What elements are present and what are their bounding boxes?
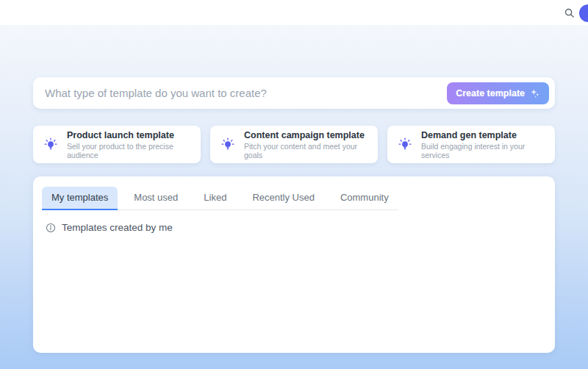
avatar[interactable] bbox=[579, 4, 588, 22]
sparkles-icon bbox=[530, 88, 540, 98]
card-text: Demand gen template Build engaging inter… bbox=[421, 130, 545, 160]
card-demand-gen[interactable]: Demand gen template Build engaging inter… bbox=[387, 126, 555, 163]
card-text: Content campaign template Pitch your con… bbox=[244, 130, 368, 160]
create-template-label: Create template bbox=[456, 88, 525, 98]
card-title: Product launch template bbox=[67, 130, 190, 140]
create-template-button[interactable]: Create template bbox=[447, 82, 549, 104]
content-area: Create template bbox=[0, 25, 588, 369]
tab-community[interactable]: Community bbox=[331, 187, 398, 210]
search-icon[interactable] bbox=[564, 7, 575, 18]
lightbulb-icon bbox=[398, 137, 412, 152]
lightbulb-icon bbox=[43, 137, 58, 152]
suggestion-cards-row: Product launch template Sell your produc… bbox=[33, 126, 555, 163]
empty-state: Templates created by me bbox=[46, 222, 546, 233]
tab-my-templates[interactable]: My templates bbox=[42, 187, 118, 210]
prompt-bar: Create template bbox=[33, 77, 555, 109]
tab-recently-used[interactable]: Recently Used bbox=[243, 187, 324, 210]
info-icon bbox=[46, 223, 56, 233]
topbar bbox=[0, 0, 588, 25]
tab-bar: My templates Most used Liked Recently Us… bbox=[42, 187, 398, 210]
lightbulb-icon bbox=[220, 137, 235, 152]
card-product-launch[interactable]: Product launch template Sell your produc… bbox=[33, 126, 201, 163]
tab-most-used[interactable]: Most used bbox=[124, 187, 187, 210]
card-content-campaign[interactable]: Content campaign template Pitch your con… bbox=[210, 126, 378, 163]
card-title: Demand gen template bbox=[421, 130, 545, 140]
card-subtitle: Pitch your content and meet your goals bbox=[244, 142, 368, 160]
card-subtitle: Build engaging interest in your services bbox=[421, 142, 545, 160]
template-prompt-input[interactable] bbox=[45, 87, 447, 99]
card-text: Product launch template Sell your produc… bbox=[67, 130, 190, 160]
template-creator-page: Create template bbox=[0, 0, 588, 369]
card-title: Content campaign template bbox=[244, 130, 368, 140]
empty-state-message: Templates created by me bbox=[62, 222, 173, 233]
tab-liked[interactable]: Liked bbox=[194, 187, 236, 210]
templates-panel: My templates Most used Liked Recently Us… bbox=[33, 176, 555, 353]
card-subtitle: Sell your product to the precise audienc… bbox=[67, 142, 190, 160]
